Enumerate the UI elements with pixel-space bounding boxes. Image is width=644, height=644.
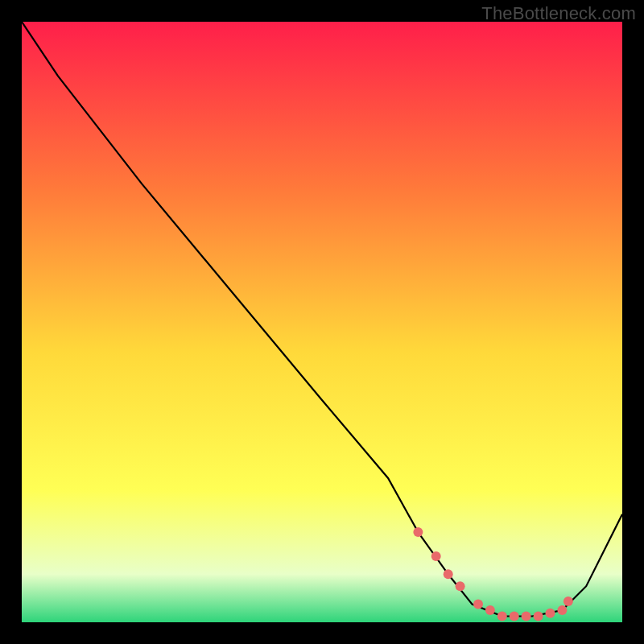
highlight-dot xyxy=(456,581,465,591)
highlight-dot xyxy=(546,609,555,618)
highlight-dot xyxy=(510,612,519,621)
highlight-dot xyxy=(564,597,573,606)
highlight-dot xyxy=(431,551,441,561)
highlight-dot xyxy=(557,605,567,615)
chart-frame: TheBottleneck.com xyxy=(0,0,644,644)
highlight-dot xyxy=(534,612,543,621)
chart-svg xyxy=(22,22,622,622)
watermark-label: TheBottleneck.com xyxy=(481,3,636,24)
highlight-dot xyxy=(473,600,483,609)
highlight-dot xyxy=(485,605,495,615)
highlight-dot xyxy=(413,527,423,537)
gradient-background xyxy=(22,22,622,622)
plot-area xyxy=(22,22,622,622)
highlight-dot xyxy=(522,612,531,621)
highlight-dot xyxy=(497,612,507,621)
highlight-dot xyxy=(444,569,453,579)
